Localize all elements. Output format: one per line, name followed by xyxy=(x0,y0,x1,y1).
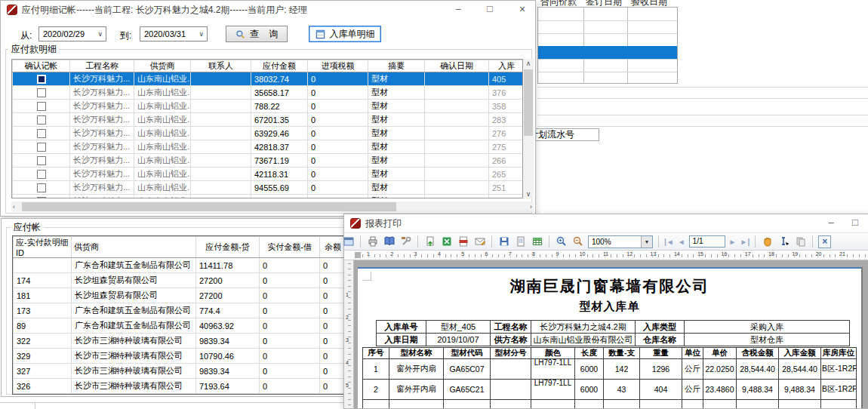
payable-account-row[interactable]: 181长沙坦森贸易有限公司2720000 xyxy=(14,288,346,303)
pdf-export-icon[interactable] xyxy=(457,235,469,248)
table-cell[interactable]: 376 xyxy=(489,86,524,100)
table-cell[interactable]: 型材分号 xyxy=(491,348,531,359)
table-cell[interactable]: 型材 xyxy=(368,127,425,140)
table-cell[interactable]: 181 xyxy=(14,288,72,303)
title-bar[interactable]: 应付明细记帐------当前工程: 长沙万科魅力之城4.2期------当前用户… xyxy=(1,1,535,19)
table-cell[interactable] xyxy=(604,400,640,409)
table-cell[interactable]: LH797-1LL xyxy=(531,359,575,380)
table-cell[interactable]: GA65C21 xyxy=(444,380,491,400)
table-cell[interactable]: 0 xyxy=(260,258,320,273)
table-cell[interactable]: 长沙坦森贸易有限公司 xyxy=(72,288,196,303)
table-cell[interactable]: 38032.74 xyxy=(251,72,308,86)
table-cell[interactable]: 长沙市三湘特种玻璃有限公司 xyxy=(72,394,196,395)
table-cell[interactable]: 174 xyxy=(14,273,72,288)
table-cell[interactable]: 326 xyxy=(14,379,72,394)
table-cell[interactable]: 6000 xyxy=(575,359,604,380)
table-cell[interactable]: 22.0250 xyxy=(703,359,737,380)
table-cell[interactable] xyxy=(491,400,531,409)
table-cell[interactable]: 774.4 xyxy=(196,303,260,318)
last-page-button[interactable]: ►| xyxy=(740,235,750,248)
payable-detail-row[interactable]: 长沙万科魅力...山东南山铝业...3895.840型材250 xyxy=(13,195,524,199)
table-cell[interactable]: 型材 xyxy=(368,100,425,113)
table-cell[interactable]: 型材代码 xyxy=(444,348,491,359)
table-cell[interactable]: 0 xyxy=(260,288,320,303)
export-icon[interactable] xyxy=(423,235,436,248)
table-cell[interactable]: 山东南山铝业... xyxy=(134,140,191,154)
table-cell[interactable]: 山东南山铝业... xyxy=(134,195,191,199)
table-cell[interactable]: 404 xyxy=(640,380,682,400)
mail-icon[interactable] xyxy=(473,235,486,248)
table-cell[interactable] xyxy=(425,127,489,140)
table-cell[interactable]: 实付金额-借 xyxy=(260,237,320,258)
horizontal-scrollbar[interactable]: ‹ › xyxy=(11,201,534,212)
table-icon[interactable] xyxy=(531,235,543,248)
minimize-button[interactable]: – xyxy=(448,1,469,19)
print-icon[interactable] xyxy=(366,235,379,248)
table-cell[interactable]: 27200 xyxy=(196,273,260,288)
table-cell[interactable]: 型材_405 xyxy=(426,321,491,334)
table-cell[interactable] xyxy=(779,400,821,409)
table-cell[interactable]: 250 xyxy=(489,195,524,199)
table-cell[interactable]: 长沙万科魅力... xyxy=(70,154,134,168)
table-cell[interactable]: 28,544.40 xyxy=(737,359,779,380)
zoom-level-combobox[interactable]: 100% ▼ xyxy=(588,235,653,248)
table-cell[interactable]: 型材名称 xyxy=(389,348,444,359)
table-cell[interactable]: 工程名称 xyxy=(491,321,531,334)
table-cell[interactable] xyxy=(531,400,575,409)
table-cell[interactable]: 山东南山铝业股份有限公司 xyxy=(531,334,636,346)
table-cell[interactable] xyxy=(191,100,251,113)
table-cell[interactable]: 1296 xyxy=(640,359,682,380)
scrollbar-thumb[interactable] xyxy=(22,202,396,211)
bg-selected-row[interactable] xyxy=(538,46,677,59)
table-cell[interactable]: 1 xyxy=(363,359,389,380)
table-cell[interactable]: 序号 xyxy=(363,348,389,359)
table-cell[interactable]: 94555.69 xyxy=(251,181,308,195)
table-cell[interactable]: 长沙万科魅力... xyxy=(70,100,134,113)
table-cell[interactable] xyxy=(191,168,251,181)
table-cell[interactable]: 公斤 xyxy=(682,380,703,400)
table-cell[interactable]: 颜色 xyxy=(531,348,575,359)
table-cell[interactable]: 73671.19 xyxy=(251,154,308,168)
table-cell[interactable]: 型材 xyxy=(368,154,425,168)
table-cell[interactable]: 广东合和建筑五金制品有限公司 xyxy=(72,258,196,273)
table-cell[interactable]: 405 xyxy=(489,72,524,86)
scroll-down-icon[interactable]: ∨ xyxy=(523,190,534,198)
zoom-out-icon[interactable] xyxy=(571,235,584,248)
payable-account-row[interactable]: 329长沙市三湘特种玻璃有限公司10790.4600 xyxy=(14,349,346,364)
table-cell[interactable]: 长沙市三湘特种玻璃有限公司 xyxy=(72,379,196,394)
table-cell[interactable]: 型材 xyxy=(368,181,425,195)
table-cell[interactable]: 联系人 xyxy=(191,60,251,72)
table-cell[interactable]: 2019/10/07 xyxy=(426,334,491,346)
table-cell[interactable]: 数量-支 xyxy=(604,348,640,359)
payable-detail-row[interactable]: 长沙万科魅力...山东南山铝业...788.220型材358 xyxy=(13,100,524,113)
table-cell[interactable] xyxy=(363,400,389,409)
table-cell[interactable]: 0 xyxy=(320,364,346,379)
table-cell[interactable]: 0 xyxy=(308,72,368,86)
table-cell[interactable]: 3895.84 xyxy=(251,195,308,199)
table-cell[interactable]: 长沙坦森贸易有限公司 xyxy=(72,273,196,288)
table-cell[interactable]: 确认日期 xyxy=(425,60,489,72)
close-preview-button[interactable]: × xyxy=(818,235,831,248)
table-cell[interactable]: 含税金额 xyxy=(737,348,779,359)
confirm-checkbox[interactable] xyxy=(37,143,46,152)
table-cell[interactable]: 9,488.34 xyxy=(737,380,779,400)
table-cell[interactable]: 单位 xyxy=(682,348,703,359)
table-cell[interactable]: 采购入库 xyxy=(685,321,850,334)
table-cell[interactable]: 0 xyxy=(260,364,320,379)
table-cell[interactable] xyxy=(191,86,251,100)
table-cell[interactable] xyxy=(491,359,531,380)
table-cell[interactable] xyxy=(191,154,251,168)
table-cell[interactable] xyxy=(13,181,70,195)
table-cell[interactable]: 型材 xyxy=(368,86,425,100)
table-cell[interactable]: 入库 xyxy=(489,60,524,72)
first-page-button[interactable]: |◄ xyxy=(664,235,674,248)
payable-account-row[interactable]: 326长沙市三湘特种玻璃有限公司7193.6400 xyxy=(14,379,346,394)
save-icon[interactable] xyxy=(497,235,510,248)
scroll-left-icon[interactable]: ‹ xyxy=(13,203,15,211)
table-cell[interactable]: 0 xyxy=(260,318,320,334)
book-icon[interactable] xyxy=(383,235,396,248)
table-cell[interactable]: 40963.92 xyxy=(196,318,260,334)
table-cell[interactable]: 0 xyxy=(308,140,368,154)
confirm-checkbox[interactable] xyxy=(37,75,46,84)
report-page[interactable]: 湖南巨晟门窗幕墙有限公司 型材入库单 入库单号型材_405工程名称长沙万科魅力之… xyxy=(358,267,861,408)
